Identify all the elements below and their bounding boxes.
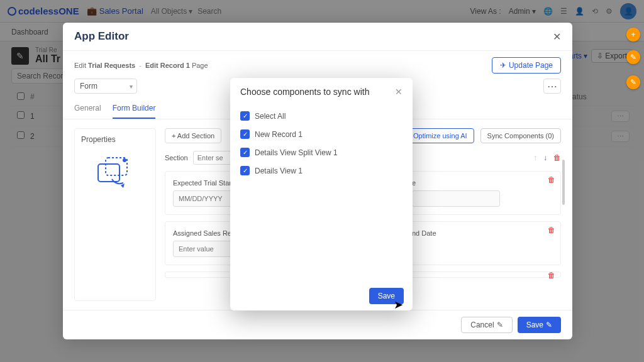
dialog-footer: Save	[230, 282, 413, 310]
paper-plane-icon: ✈	[500, 61, 506, 70]
trash-icon[interactable]: 🗑	[553, 153, 561, 162]
crumb-edit: Edit	[74, 62, 86, 69]
checkbox-icon[interactable]: ✓	[240, 166, 250, 175]
close-icon[interactable]: ✕	[553, 31, 561, 43]
sync-components-dialog: Choose components to sync with ✕ ✓ Selec…	[230, 78, 413, 310]
pencil-icon: ✎	[546, 321, 552, 329]
properties-illustration	[93, 155, 137, 193]
checkbox-icon[interactable]: ✓	[240, 111, 250, 121]
dialog-body: ✓ Select All ✓ New Record 1 ✓ Details Vi…	[230, 103, 413, 282]
dialog-header: Choose components to sync with ✕	[230, 78, 413, 103]
update-label: Update Page	[509, 61, 553, 70]
fab-edit[interactable]: ✎	[626, 50, 640, 64]
properties-title: Properties	[81, 135, 149, 144]
checkbox-row[interactable]: ✓ Details View Split View 1	[240, 143, 402, 162]
properties-panel: Properties	[74, 128, 156, 301]
checkbox-row[interactable]: ✓ Details View 1	[240, 162, 402, 180]
sync-components-button[interactable]: Sync Components (0)	[480, 128, 561, 143]
checkbox-icon[interactable]: ✓	[240, 148, 250, 157]
trash-icon[interactable]: 🗑	[548, 271, 555, 280]
scrollbar[interactable]	[562, 160, 565, 205]
modal-title: App Editor	[74, 30, 129, 43]
section-actions: ↑ ↓ 🗑	[533, 153, 561, 162]
checkbox-icon[interactable]: ✓	[240, 129, 250, 139]
move-down-icon[interactable]: ↓	[543, 153, 547, 162]
update-page-button[interactable]: ✈ Update Page	[492, 57, 561, 74]
view-select[interactable]: Form	[74, 79, 137, 94]
modal-header: App Editor ✕	[63, 23, 572, 51]
dialog-save-button[interactable]: Save	[369, 288, 404, 304]
crumb-end: Page	[192, 62, 208, 69]
optimize-ai-button[interactable]: Optimize using AI	[406, 128, 474, 143]
checkbox-label: Details View 1	[255, 167, 303, 175]
checkbox-label: Select All	[255, 112, 286, 121]
save-button[interactable]: Save ✎	[518, 317, 561, 333]
more-button[interactable]: ⋯	[543, 79, 561, 94]
add-section-button[interactable]: + Add Section	[165, 128, 221, 143]
svg-rect-0	[98, 164, 119, 182]
field-input-right[interactable]	[412, 190, 500, 207]
dialog-title: Choose components to sync with	[240, 87, 369, 97]
cancel-button[interactable]: Cancel ✎	[461, 317, 512, 333]
trash-icon[interactable]: 🗑	[548, 226, 555, 234]
tab-form-builder[interactable]: Form Builder	[113, 99, 156, 119]
save-label: Save	[526, 321, 543, 329]
view-select-value: Form	[80, 82, 97, 90]
section-label: Section	[165, 154, 188, 162]
fab-edit-2[interactable]: ✎	[626, 75, 640, 89]
tab-general[interactable]: General	[74, 99, 101, 119]
crumb-page: Edit Record 1	[145, 62, 190, 69]
svg-point-2	[123, 158, 126, 162]
trash-icon[interactable]: 🗑	[548, 175, 555, 184]
breadcrumb: Edit Trial Requests - Edit Record 1 Page…	[63, 51, 572, 74]
crumb-object: Trial Requests	[88, 62, 135, 69]
cancel-label: Cancel	[470, 321, 494, 329]
field-label-right: nd Date	[412, 229, 436, 237]
checkbox-label: Details View Split View 1	[255, 148, 338, 157]
fab-add[interactable]: +	[626, 28, 640, 41]
modal-footer: Cancel ✎ Save ✎	[63, 310, 572, 339]
pencil-icon: ✎	[497, 321, 503, 329]
checkbox-label: New Record 1	[255, 130, 303, 139]
field-label-right: e	[412, 179, 500, 187]
checkbox-row[interactable]: ✓ New Record 1	[240, 125, 402, 143]
close-icon[interactable]: ✕	[395, 87, 402, 97]
checkbox-row-select-all[interactable]: ✓ Select All	[240, 107, 402, 125]
move-up-icon[interactable]: ↑	[533, 153, 537, 162]
